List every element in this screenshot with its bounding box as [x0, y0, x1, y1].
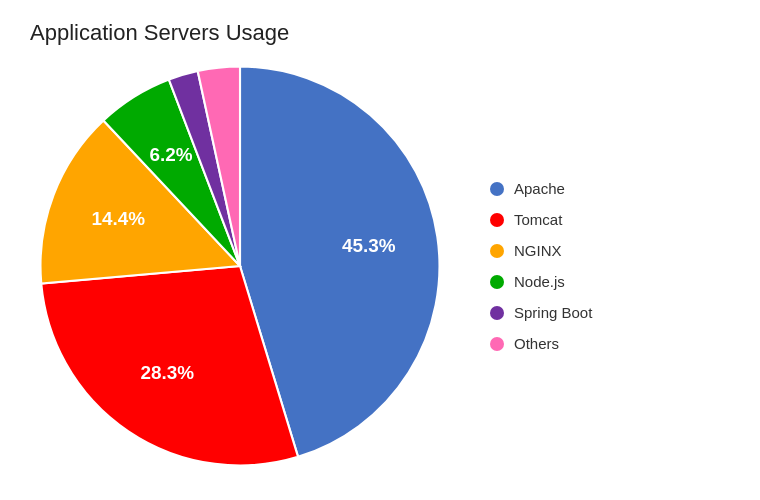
- legend-dot-nginx: [490, 244, 504, 258]
- pie-label-node.js: 6.2%: [149, 144, 192, 165]
- legend-label-spring-boot: Spring Boot: [514, 304, 592, 321]
- legend-dot-node.js: [490, 275, 504, 289]
- legend-item-tomcat: Tomcat: [490, 211, 592, 228]
- legend-item-others: Others: [490, 335, 592, 352]
- pie-label-apache: 45.3%: [342, 235, 396, 256]
- chart-container: Application Servers Usage 45.3%28.3%14.4…: [0, 0, 760, 500]
- legend-item-nginx: NGINX: [490, 242, 592, 259]
- legend-dot-apache: [490, 182, 504, 196]
- chart-area: 45.3%28.3%14.4%6.2%2.4%3.4% ApacheTomcat…: [30, 56, 730, 476]
- legend-item-apache: Apache: [490, 180, 592, 197]
- pie-chart: 45.3%28.3%14.4%6.2%2.4%3.4%: [30, 56, 450, 476]
- legend-dot-others: [490, 337, 504, 351]
- pie-label-tomcat: 28.3%: [140, 362, 194, 383]
- legend-label-nginx: NGINX: [514, 242, 562, 259]
- legend-dot-tomcat: [490, 213, 504, 227]
- legend-item-spring-boot: Spring Boot: [490, 304, 592, 321]
- legend-label-node.js: Node.js: [514, 273, 565, 290]
- legend-dot-spring-boot: [490, 306, 504, 320]
- legend-item-node.js: Node.js: [490, 273, 592, 290]
- chart-legend: ApacheTomcatNGINXNode.jsSpring BootOther…: [490, 180, 592, 352]
- pie-label-nginx: 14.4%: [92, 208, 146, 229]
- legend-label-others: Others: [514, 335, 559, 352]
- legend-label-apache: Apache: [514, 180, 565, 197]
- legend-label-tomcat: Tomcat: [514, 211, 562, 228]
- chart-title: Application Servers Usage: [30, 20, 730, 46]
